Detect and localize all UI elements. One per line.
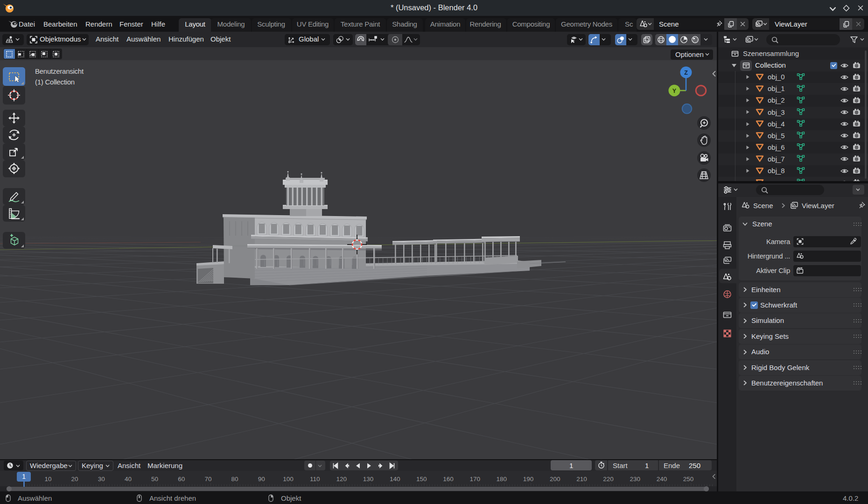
svg-text:230: 230 (630, 476, 640, 483)
svg-text:170: 170 (469, 476, 480, 483)
svg-text:120: 120 (336, 476, 347, 483)
svg-text:20: 20 (71, 476, 78, 483)
svg-text:200: 200 (550, 476, 560, 483)
svg-text:220: 220 (603, 476, 614, 483)
svg-text:60: 60 (178, 476, 185, 483)
svg-text:160: 160 (443, 476, 454, 483)
svg-text:30: 30 (98, 476, 105, 483)
svg-text:90: 90 (258, 476, 265, 483)
svg-text:130: 130 (363, 476, 374, 483)
svg-text:80: 80 (231, 476, 238, 483)
svg-text:Z: Z (684, 70, 688, 76)
svg-text:180: 180 (497, 476, 507, 483)
svg-text:210: 210 (576, 476, 587, 483)
svg-text:100: 100 (283, 476, 294, 483)
svg-text:110: 110 (310, 476, 320, 483)
svg-text:150: 150 (416, 476, 427, 483)
svg-text:140: 140 (390, 476, 400, 483)
svg-text:Y: Y (672, 88, 677, 94)
svg-text:10: 10 (44, 476, 51, 483)
svg-text:250: 250 (683, 476, 694, 483)
svg-text:70: 70 (204, 476, 211, 483)
svg-text:40: 40 (125, 476, 132, 483)
svg-text:190: 190 (523, 476, 534, 483)
svg-text:240: 240 (657, 476, 667, 483)
svg-text:50: 50 (151, 476, 158, 483)
